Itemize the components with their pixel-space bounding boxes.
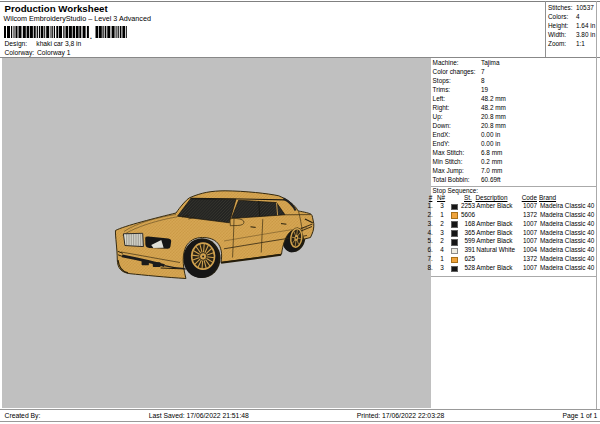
svg-text:,: , bbox=[90, 30, 93, 39]
